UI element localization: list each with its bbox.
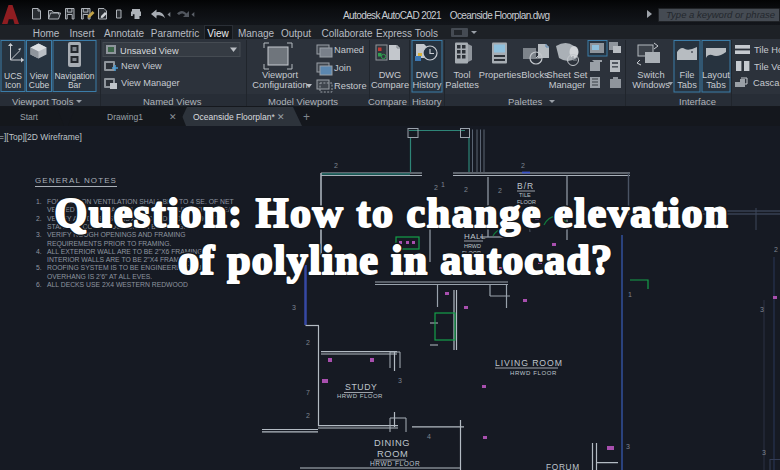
svg-text:Question: How to change elevat: Question: How to change elevation: [55, 190, 728, 236]
svg-text:of polyline in autocad?: of polyline in autocad?: [178, 237, 612, 283]
